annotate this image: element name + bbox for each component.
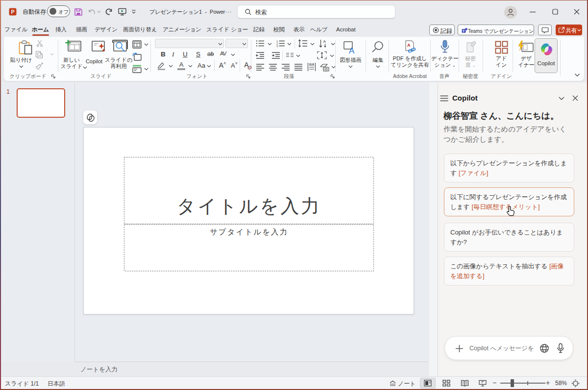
svg-text:3: 3: [276, 45, 278, 47]
svg-text:A: A: [323, 39, 326, 44]
svg-text:P: P: [11, 9, 14, 15]
svg-text:T: T: [463, 29, 465, 33]
svg-text:A: A: [349, 46, 355, 54]
svg-text:A: A: [407, 43, 411, 48]
